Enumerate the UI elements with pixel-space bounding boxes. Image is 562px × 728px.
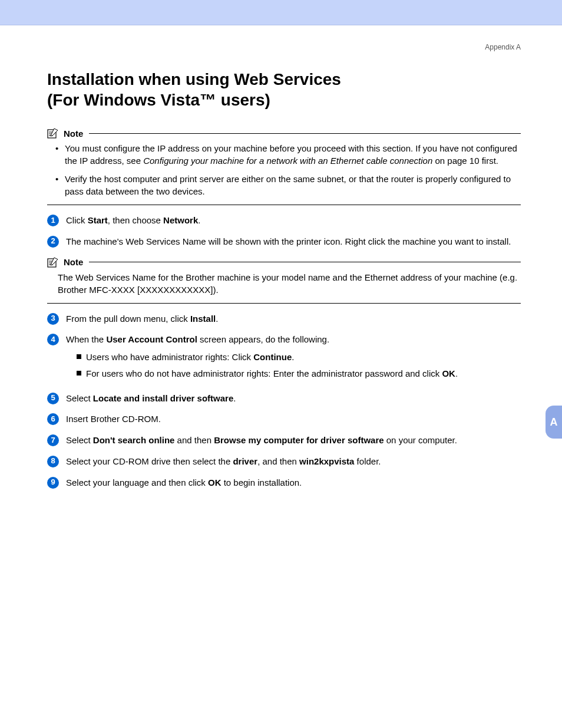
note-block-2: Note The Web Services Name for the Broth… bbox=[47, 257, 521, 304]
step-8: 8 Select your CD-ROM drive then select t… bbox=[47, 455, 521, 468]
s1-b1: Start bbox=[88, 215, 108, 225]
s7-b2: Browse my computer for driver software bbox=[214, 435, 384, 445]
note-label: Note bbox=[64, 257, 83, 267]
s9-t2: to begin installation. bbox=[222, 477, 302, 487]
s9-b1: OK bbox=[208, 477, 222, 487]
s8-b2: win2kxpvista bbox=[299, 456, 354, 466]
note-header: Note bbox=[47, 128, 521, 139]
step-number: 5 bbox=[47, 393, 59, 404]
note-header: Note bbox=[47, 257, 521, 268]
s4-b1: User Account Control bbox=[106, 334, 197, 344]
step-1: 1 Click Start, then choose Network. bbox=[47, 214, 521, 227]
step-body: Click Start, then choose Network. bbox=[66, 214, 521, 227]
s1-t1: Click bbox=[66, 215, 88, 225]
s3-t1: From the pull down menu, click bbox=[66, 314, 190, 324]
s3-b1: Install bbox=[190, 314, 216, 324]
step-number: 3 bbox=[47, 313, 59, 325]
step-body: From the pull down menu, click Install. bbox=[66, 312, 521, 325]
note-icon bbox=[47, 128, 60, 139]
step-number: 1 bbox=[47, 215, 59, 226]
step-2: 2 The machine's Web Services Name will b… bbox=[47, 235, 521, 248]
step-body: Select your language and then click OK t… bbox=[66, 476, 521, 489]
sub1-text: Users who have administrator rights: Cli… bbox=[86, 351, 294, 364]
sub1-b1: Continue bbox=[253, 352, 292, 362]
step-body: Select your CD-ROM drive then select the… bbox=[66, 455, 521, 468]
note-rule bbox=[89, 262, 521, 262]
s7-t1: Select bbox=[66, 435, 93, 445]
s9-t1: Select your language and then click bbox=[66, 477, 208, 487]
s8-t3: folder. bbox=[354, 456, 381, 466]
s8-t2: , and then bbox=[257, 456, 299, 466]
step-number: 4 bbox=[47, 334, 59, 345]
bullet-square-icon bbox=[77, 354, 81, 359]
note2-text: The Web Services Name for the Brother ma… bbox=[58, 271, 521, 296]
sub2-b1: OK bbox=[442, 368, 455, 378]
step-number: 7 bbox=[47, 434, 59, 446]
substep-2: For users who do not have administrator … bbox=[77, 367, 521, 380]
s7-t3: on your computer. bbox=[384, 435, 457, 445]
note-label: Note bbox=[64, 129, 83, 139]
substeps: Users who have administrator rights: Cli… bbox=[66, 351, 521, 380]
sub2-t1: For users who do not have administrator … bbox=[86, 368, 442, 378]
s4-t2: screen appears, do the following. bbox=[197, 334, 329, 344]
s5-b1: Locate and install driver software bbox=[93, 393, 233, 403]
note-content-1: You must configure the IP address on you… bbox=[47, 142, 521, 205]
s1-t2: , then choose bbox=[108, 215, 163, 225]
step-3: 3 From the pull down menu, click Install… bbox=[47, 312, 521, 325]
step-body: Insert Brother CD-ROM. bbox=[66, 413, 521, 426]
note1-bullet-2: Verify the host computer and print serve… bbox=[58, 173, 521, 197]
s3-t2: . bbox=[216, 314, 218, 324]
sub1-t1: Users who have administrator rights: Cli… bbox=[86, 352, 253, 362]
s5-t2: . bbox=[233, 393, 236, 403]
note-content-2: The Web Services Name for the Brother ma… bbox=[47, 271, 521, 304]
sub1-t2: . bbox=[292, 352, 294, 362]
title-line-2: (For Windows Vista™ users) bbox=[47, 91, 270, 109]
note-rule bbox=[89, 133, 521, 134]
step-5: 5 Select Locate and install driver softw… bbox=[47, 392, 521, 405]
note1-b1-em: Configuring your machine for a network w… bbox=[143, 156, 432, 166]
s8-t1: Select your CD-ROM drive then select the bbox=[66, 456, 233, 466]
top-bar bbox=[0, 0, 562, 25]
s5-t1: Select bbox=[66, 393, 93, 403]
s8-b1: driver bbox=[233, 456, 257, 466]
step-4: 4 When the User Account Control screen a… bbox=[47, 333, 521, 383]
step-number: 8 bbox=[47, 456, 59, 467]
steps-list: 1 Click Start, then choose Network. 2 Th… bbox=[47, 214, 521, 489]
note1-bullet-1: You must configure the IP address on you… bbox=[58, 142, 521, 167]
step-9: 9 Select your language and then click OK… bbox=[47, 476, 521, 489]
step-body: Select Locate and install driver softwar… bbox=[66, 392, 521, 405]
page-title: Installation when using Web Services (Fo… bbox=[47, 69, 521, 110]
sub2-text: For users who do not have administrator … bbox=[86, 367, 458, 380]
step-number: 6 bbox=[47, 413, 59, 425]
appendix-side-tab: A bbox=[546, 406, 562, 439]
s1-b2: Network bbox=[163, 215, 198, 225]
step-number: 9 bbox=[47, 477, 59, 489]
s1-t3: . bbox=[198, 215, 200, 225]
step-body: Select Don't search online and then Brow… bbox=[66, 434, 521, 447]
appendix-label: Appendix A bbox=[47, 43, 521, 51]
s7-t2: and then bbox=[174, 435, 214, 445]
step-6: 6 Insert Brother CD-ROM. bbox=[47, 413, 521, 426]
note1-b1-post: on page 10 first. bbox=[432, 156, 498, 166]
page-content: Appendix A Installation when using Web S… bbox=[0, 25, 562, 489]
note-block-1: Note You must configure the IP address o… bbox=[47, 128, 521, 205]
sub2-t2: . bbox=[455, 368, 458, 378]
s4-t1: When the bbox=[66, 334, 106, 344]
s7-b1: Don't search online bbox=[93, 435, 175, 445]
title-line-1: Installation when using Web Services bbox=[47, 70, 341, 88]
note-icon bbox=[47, 257, 60, 268]
step-body: When the User Account Control screen app… bbox=[66, 333, 521, 383]
substep-1: Users who have administrator rights: Cli… bbox=[77, 351, 521, 364]
bullet-square-icon bbox=[77, 371, 81, 375]
step-7: 7 Select Don't search online and then Br… bbox=[47, 434, 521, 447]
step-number: 2 bbox=[47, 236, 59, 248]
step-body: The machine's Web Services Name will be … bbox=[66, 235, 521, 248]
